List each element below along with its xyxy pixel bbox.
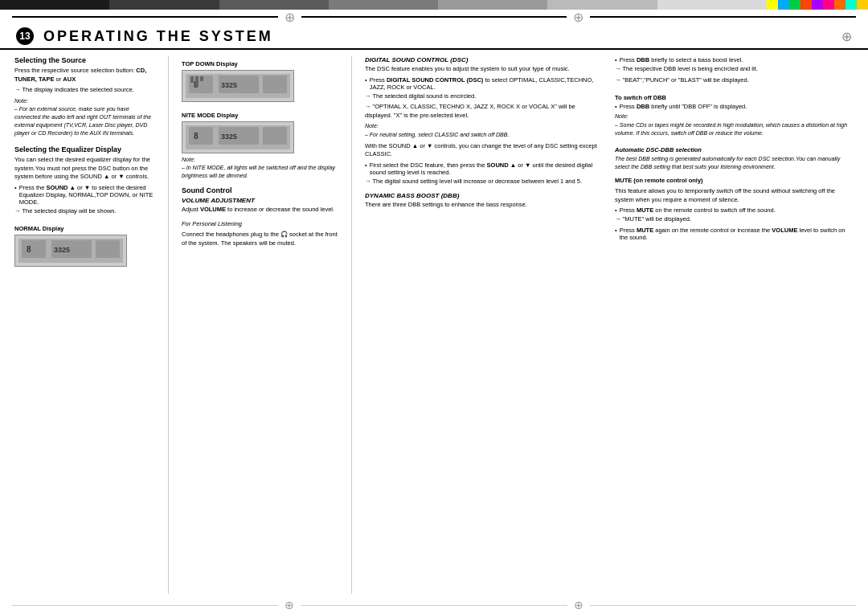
color-block-4: [329, 0, 438, 10]
top-bar-line-right: [590, 16, 856, 18]
dbb-note-label: Note:: [615, 112, 854, 121]
svg-text:8: 8: [27, 245, 31, 254]
column-left: Selecting the Source Press the respectiv…: [14, 56, 155, 594]
dbb-bullet-text: Press DBB briefly to select a bass boost…: [620, 56, 743, 63]
source-text-1b: or: [54, 76, 63, 83]
dsc-body: The DSC feature enables you to adjust th…: [365, 65, 604, 74]
dbb-body: There are three DBB settings to enhance …: [365, 201, 604, 210]
equalizer-bullet-1: • Press the SOUND ▲ or ▼ to select the d…: [14, 184, 155, 206]
top-bar-line-left: [12, 16, 278, 18]
bullet-dot-1: •: [14, 184, 17, 206]
personal-body: Connect the headphones plug to the 🎧 soc…: [182, 231, 338, 247]
mute-bullet-dot-2: •: [615, 227, 617, 241]
color-block-r2: [778, 0, 789, 10]
dsc-arrow2: → "OPTIMAL X, CLASSIC, TECHNO X, JAZZ X,…: [365, 103, 604, 120]
color-block-2: [109, 0, 219, 10]
color-block-3: [219, 0, 329, 10]
section-selecting-source-title: Selecting the Source: [14, 56, 155, 64]
source-note-text: – For an external source, make sure you …: [14, 105, 155, 137]
column-mid: TOP DOWN Display 8 3325 NITE MODE Displa…: [182, 56, 338, 594]
divider-2: [351, 56, 352, 594]
svg-text:8: 8: [194, 132, 199, 141]
normal-display-image: 8 3325: [14, 235, 127, 267]
auto-dsc-title: Automatic DSC-DBB selection: [615, 146, 854, 153]
color-block-7: [657, 0, 767, 10]
mute-bullet-text-2: Press MUTE again on the remote control o…: [620, 227, 854, 241]
dsc-note-text: – For neutral setting, select CLASSIC an…: [365, 131, 604, 139]
dsc-note-label: Note:: [365, 122, 604, 130]
source-arrow: → The display indicates the selected sou…: [14, 86, 155, 95]
color-block-r3: [789, 0, 800, 10]
svg-text:3325: 3325: [221, 81, 237, 89]
equalizer-arrow: → The selected display will be shown.: [14, 207, 155, 216]
section-equalizer-title: Selecting the Equalizer Display: [14, 145, 155, 153]
normal-display-label: NORMAL Display: [14, 225, 155, 232]
dbb-arrow1: → The respective DBB level is being enci…: [615, 65, 854, 74]
col-right-right: • Press DBB briefly to select a bass boo…: [615, 56, 854, 243]
mute-arrow: → "MUTE" will be displayed.: [615, 215, 854, 224]
nite-display-image: 8 3325: [182, 121, 294, 153]
dsc-first-bullet: • First select the DSC feature, then pre…: [365, 161, 604, 176]
svg-text:3325: 3325: [54, 246, 70, 254]
color-block-1: [0, 0, 109, 10]
source-note-label: Note:: [14, 97, 155, 105]
mute-bullet-2: • Press MUTE again on the remote control…: [615, 227, 854, 241]
color-block-6: [547, 0, 657, 10]
bottom-bar-line-right: [590, 605, 856, 606]
sound-control-title: Sound Control: [182, 186, 338, 194]
svg-rect-14: [190, 76, 194, 83]
dsc-arrow1: → The selected digital sound is encircle…: [365, 92, 604, 101]
svg-rect-13: [263, 76, 287, 93]
source-body: Press the respective source selection bu…: [14, 67, 155, 84]
equalizer-body: You can select the desired equalizer dis…: [14, 156, 155, 182]
dbb-switch-bullet: • Press DBB briefly until "DBB OFF" is d…: [615, 103, 854, 110]
top-bar-line-mid: [301, 16, 567, 18]
bottom-bar-line-mid: [301, 605, 567, 606]
dbb-switch-title: To switch off DBB: [615, 94, 854, 101]
reg-mark-top-left: ⊕: [285, 10, 295, 25]
reg-mark-bottom-right: ⊕: [574, 599, 583, 611]
svg-rect-16: [200, 76, 203, 81]
color-block-r4: [800, 0, 812, 10]
dbb-switch-dot: •: [615, 103, 617, 110]
page-number-badge: 13: [16, 27, 34, 45]
bottom-bar-line: [12, 605, 278, 606]
nite-note: Note:– In NITE MODE, all lights will be …: [182, 156, 338, 179]
dbb-title: DYNAMIC BASS BOOST (DBB): [365, 192, 604, 199]
page-header: 13 OPERATING THE SYSTEM ⊕: [0, 24, 868, 50]
color-block-r6: [823, 0, 834, 10]
nite-display-label: NITE MODE Display: [182, 112, 338, 119]
col-right-left: DIGITAL SOUND CONTROL (DSC) The DSC feat…: [365, 56, 604, 243]
header-reg-mark: ⊕: [841, 29, 852, 44]
color-block-r7: [834, 0, 845, 10]
page-title: OPERATING THE SYSTEM: [43, 28, 273, 45]
top-color-bar: [0, 0, 868, 10]
dsc-bullet-dot: •: [365, 76, 367, 91]
dsc-sound-body: With the SOUND ▲ or ▼ controls, you can …: [365, 142, 604, 159]
dbb-arrow2: → "BEAT","PUNCH" or "BLAST" will be disp…: [615, 76, 854, 85]
svg-rect-6: [96, 240, 120, 258]
reg-mark-top-right: ⊕: [573, 10, 583, 25]
color-block-5: [438, 0, 547, 10]
mute-bullet-1: • Press MUTE on the remote control to sw…: [615, 206, 854, 214]
source-bold-2: AUX: [63, 76, 76, 83]
dsc-title: DIGITAL SOUND CONTROL (DSC): [365, 56, 604, 63]
equalizer-bullet-text: Press the SOUND ▲ or ▼ to select the des…: [19, 184, 155, 206]
svg-rect-23: [263, 127, 287, 145]
color-block-r8: [845, 0, 857, 10]
color-block-r5: [812, 0, 823, 10]
svg-rect-19: [189, 127, 213, 145]
personal-listening-label: For Personal Listening: [182, 220, 338, 229]
mute-bullet-dot-1: •: [615, 206, 617, 214]
svg-rect-2: [22, 240, 46, 258]
source-text-1: Press the respective source selection bu…: [14, 67, 136, 74]
topdown-display-label: TOP DOWN Display: [182, 60, 338, 67]
dsc-bullet-text: Press DIGITAL SOUND CONTROL (DSC) to sel…: [370, 76, 604, 91]
divider-1: [168, 56, 169, 594]
main-content: Selecting the Source Press the respectiv…: [0, 50, 868, 597]
dbb-bullet-dot: •: [615, 56, 617, 63]
svg-text:3325: 3325: [221, 133, 237, 141]
mute-title: MUTE (on remote control only): [615, 177, 854, 186]
auto-dsc-body: The best DBB setting is generated automa…: [615, 155, 854, 171]
mute-body: This feature allows you to temporarily s…: [615, 187, 854, 204]
